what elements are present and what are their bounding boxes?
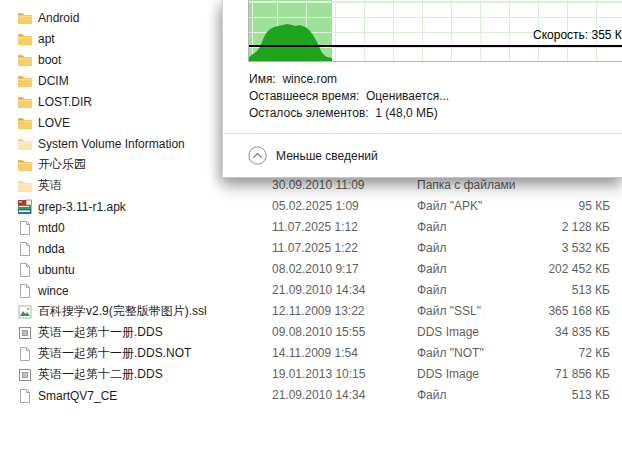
file-name: ubuntu: [38, 263, 75, 277]
items-value: 1 (48,0 МБ): [375, 106, 438, 120]
file-name: LOST.DIR: [38, 95, 92, 109]
file-icon: [17, 262, 33, 278]
file-type: Файл: [417, 388, 447, 402]
file-date: 19.01.2013 10:15: [272, 367, 365, 381]
ssl-icon: [17, 304, 33, 320]
file-name: boot: [38, 53, 61, 67]
dds-icon: [17, 367, 33, 383]
file-row[interactable]: mtd011.07.2025 1:12Файл2 128 КБ: [0, 217, 622, 238]
file-name: SmartQV7_CE: [38, 389, 117, 403]
folder-icon: [17, 52, 33, 68]
folder-icon: [17, 136, 33, 152]
file-row[interactable]: ubuntu08.02.2010 9:17Файл202 452 КБ: [0, 259, 622, 280]
file-name: 英语: [38, 177, 62, 194]
file-row[interactable]: SmartQV7_CE21.09.2010 14:34Файл513 КБ: [0, 385, 622, 406]
file-size: 95 КБ: [495, 199, 610, 213]
file-icon: [17, 346, 33, 362]
file-size: 2 128 КБ: [495, 220, 610, 234]
file-row[interactable]: 英语一起第十一册.DDS09.08.2010 15:55DDS Image34 …: [0, 322, 622, 343]
file-icon: [17, 220, 33, 236]
file-type: Файл: [417, 262, 447, 276]
copy-file-name-line: Имя: wince.rom: [249, 72, 337, 86]
less-details-label: Меньше сведений: [276, 149, 378, 163]
file-size: 3 532 КБ: [495, 241, 610, 255]
file-size: 513 КБ: [495, 388, 610, 402]
file-type: Файл "NOT": [417, 346, 484, 360]
winrar-icon: [17, 199, 33, 215]
file-date: 12.11.2009 13:22: [272, 304, 365, 318]
file-size: 365 168 КБ: [495, 304, 610, 318]
file-type: DDS Image: [417, 367, 479, 381]
file-name: 开心乐园: [38, 156, 86, 173]
file-name: Android: [38, 11, 79, 25]
file-row[interactable]: wince21.09.2010 14:34Файл513 КБ: [0, 280, 622, 301]
file-name: 百科搜学v2.9(完整版带图片).ssl: [38, 303, 207, 320]
folder-icon: [17, 73, 33, 89]
file-type: Файл "APK": [417, 199, 482, 213]
file-date: 21.09.2010 14:34: [272, 388, 365, 402]
file-date: 21.09.2010 14:34: [272, 283, 365, 297]
file-date: 11.07.2025 1:22: [272, 241, 358, 255]
file-size: 71 856 КБ: [495, 367, 610, 381]
folder-icon: [17, 10, 33, 26]
file-type: Папка с файлами: [417, 178, 516, 192]
dds-icon: [17, 325, 33, 341]
items-label: Осталось элементов:: [249, 106, 369, 120]
file-name: 英语一起第十一册.DDS: [38, 324, 163, 341]
file-name: 英语一起第十二册.DDS: [38, 366, 163, 383]
name-value: wince.rom: [282, 72, 337, 86]
file-date: 30.09.2010 11:09: [272, 178, 365, 192]
folder-icon: [17, 157, 33, 173]
current-speed-line: [249, 45, 622, 47]
time-label: Оставшееся время:: [249, 89, 359, 103]
file-type: DDS Image: [417, 325, 479, 339]
file-icon: [17, 388, 33, 404]
file-row[interactable]: grep-3.11-r1.apk05.02.2025 1:09Файл "APK…: [0, 196, 622, 217]
time-remaining-line: Оставшееся время: Оценивается...: [249, 89, 449, 103]
dialog-separator: [223, 133, 622, 134]
file-date: 05.02.2025 1:09: [272, 199, 359, 213]
file-icon: [17, 241, 33, 257]
file-size: 202 452 КБ: [495, 262, 610, 276]
file-date: 09.08.2010 15:55: [272, 325, 365, 339]
file-name: DCIM: [38, 74, 69, 88]
explorer-window: { "dialog": { "speed_label": "Скорость: …: [0, 0, 622, 471]
file-date: 08.02.2010 9:17: [272, 262, 359, 276]
file-icon: [17, 283, 33, 299]
file-name: LOVE: [38, 116, 70, 130]
folder-icon: [17, 178, 33, 194]
file-name: System Volume Information: [38, 137, 185, 151]
folder-icon: [17, 31, 33, 47]
file-row[interactable]: 英语一起第十一册.DDS.NOT14.11.2009 1:54Файл "NOT…: [0, 343, 622, 364]
file-row[interactable]: ndda11.07.2025 1:22Файл3 532 КБ: [0, 238, 622, 259]
transfer-speed-chart: Скорость: 355 КБ: [248, 0, 622, 62]
file-date: 14.11.2009 1:54: [272, 346, 358, 360]
file-type: Файл: [417, 220, 447, 234]
file-type: Файл: [417, 283, 447, 297]
file-name: apt: [38, 32, 55, 46]
file-name: 英语一起第十一册.DDS.NOT: [38, 345, 191, 362]
file-row[interactable]: 百科搜学v2.9(完整版带图片).ssl12.11.2009 13:22Файл…: [0, 301, 622, 322]
copy-progress-dialog: Скорость: 355 КБ Имя: wince.rom Оставшее…: [222, 0, 622, 178]
file-type: Файл "SSL": [417, 304, 481, 318]
file-name: wince: [38, 284, 69, 298]
speed-label: Скорость: 355 КБ: [533, 28, 622, 42]
chevron-up-circle-icon: [248, 146, 267, 165]
name-label: Имя:: [249, 72, 276, 86]
file-row[interactable]: 英语一起第十二册.DDS19.01.2013 10:15DDS Image71 …: [0, 364, 622, 385]
file-row[interactable]: 英语30.09.2010 11:09Папка с файлами: [0, 175, 622, 196]
file-size: 72 КБ: [495, 346, 610, 360]
folder-icon: [17, 94, 33, 110]
time-value: Оценивается...: [366, 89, 449, 103]
file-name: mtd0: [38, 221, 65, 235]
folder-icon: [17, 115, 33, 131]
less-details-button[interactable]: Меньше сведений: [248, 146, 378, 165]
file-date: 11.07.2025 1:12: [272, 220, 358, 234]
file-name: ndda: [38, 242, 65, 256]
file-size: 34 835 КБ: [495, 325, 610, 339]
file-name: grep-3.11-r1.apk: [38, 200, 126, 214]
file-type: Файл: [417, 241, 447, 255]
file-size: 513 КБ: [495, 283, 610, 297]
items-remaining-line: Осталось элементов: 1 (48,0 МБ): [249, 106, 438, 120]
